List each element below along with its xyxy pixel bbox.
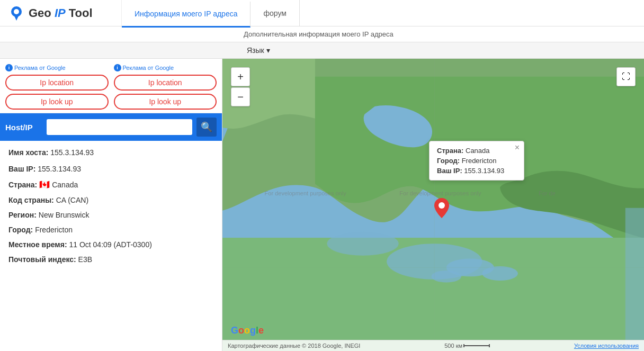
- ad-label-1: i Реклама от Google: [5, 64, 109, 71]
- header: Geo IP Tool Информация моего IP адреса ф…: [0, 0, 644, 26]
- logo-area: Geo IP Tool: [0, 0, 122, 26]
- svg-rect-12: [463, 345, 490, 346]
- ip-lookup-btn-2[interactable]: Ip look up: [114, 94, 217, 110]
- chevron-down-icon: ▾: [266, 46, 270, 55]
- country-code-label: Код страны:: [8, 196, 54, 204]
- map-controls: + −: [231, 67, 250, 106]
- map-scale-area: 500 км: [444, 343, 490, 349]
- svg-point-1: [14, 9, 19, 14]
- country-code-row: Код страны: CA (CAN): [8, 196, 213, 204]
- country-flag: 🇨🇦: [39, 179, 50, 190]
- map-scale: 500 км: [444, 343, 490, 349]
- ip-value: 155.3.134.93: [38, 165, 81, 173]
- zip-label: Почтовый индекс:: [8, 255, 76, 264]
- submenu-label[interactable]: Дополнительная информация моего IP адрес…: [244, 30, 393, 38]
- search-icon: 🔍: [201, 121, 212, 133]
- map-footer: Картографические данные © 2018 Google, I…: [222, 340, 644, 351]
- ip-location-btn-1[interactable]: Ip location: [5, 75, 109, 91]
- tooltip-city-value: Fredericton: [462, 157, 497, 165]
- svg-point-5: [327, 232, 398, 256]
- time-row: Местное время: 11 Oct 04:09 (ADT-0300): [8, 240, 213, 249]
- svg-marker-2: [14, 16, 19, 21]
- logo-tool: Tool: [66, 6, 93, 20]
- submenu-bar: Дополнительная информация моего IP адрес…: [0, 26, 644, 42]
- time-label: Местное время:: [8, 240, 67, 249]
- map-area: For development purposes only For develo…: [222, 59, 644, 351]
- ad-block-1: i Реклама от Google Ip location Ip look …: [5, 64, 109, 110]
- svg-point-8: [432, 271, 461, 283]
- ip-label: Ваш IP:: [8, 165, 35, 173]
- tab-my-ip[interactable]: Информация моего IP адреса: [122, 2, 251, 28]
- city-row: Город: Fredericton: [8, 226, 213, 234]
- info-icon-1: i: [5, 64, 13, 71]
- ad-label-2: i Реклама от Google: [114, 64, 217, 71]
- main-layout: i Реклама от Google Ip location Ip look …: [0, 59, 644, 351]
- map-background: [222, 59, 644, 351]
- google-logo: Google: [231, 325, 264, 336]
- search-input[interactable]: [47, 119, 192, 135]
- city-label: Город:: [8, 226, 33, 234]
- hostname-label: Имя хоста:: [8, 148, 48, 157]
- tooltip-close-button[interactable]: ×: [515, 143, 520, 152]
- hostname-value: 155.3.134.93: [50, 148, 94, 157]
- tooltip-country-row: Страна: Canada: [437, 147, 508, 155]
- zip-row: Почтовый индекс: E3B: [8, 255, 213, 264]
- logo-text: Geo IP Tool: [29, 6, 93, 20]
- language-button[interactable]: Язык ▾: [244, 45, 273, 56]
- ip-location-btn-2[interactable]: Ip location: [114, 75, 217, 91]
- search-button[interactable]: 🔍: [196, 118, 217, 137]
- time-value: 11 Oct 04:09 (ADT-0300): [69, 240, 151, 249]
- zoom-out-button[interactable]: −: [231, 87, 250, 106]
- nav-tabs: Информация моего IP адреса форум: [122, 0, 644, 26]
- ip-row: Ваш IP: 155.3.134.93: [8, 165, 213, 173]
- logo-icon: [8, 5, 24, 21]
- country-label: Страна:: [8, 181, 37, 189]
- tooltip-country-label: Страна:: [437, 147, 463, 155]
- tooltip-ip-value: 155.3.134.93: [464, 167, 504, 175]
- left-panel: i Реклама от Google Ip location Ip look …: [0, 59, 222, 351]
- logo-ip: IP: [55, 6, 66, 20]
- region-label: Регион:: [8, 211, 37, 219]
- tooltip-country-value: Canada: [466, 147, 490, 155]
- tooltip-city-label: Город:: [437, 157, 460, 165]
- fullscreen-icon: ⛶: [622, 72, 630, 82]
- logo-geo: Geo: [29, 6, 55, 20]
- ip-lookup-btn-1[interactable]: Ip look up: [5, 94, 109, 110]
- country-row: Страна: 🇨🇦 Canada: [8, 179, 213, 190]
- hostname-row: Имя хоста: 155.3.134.93: [8, 147, 213, 158]
- map-pin: [434, 198, 449, 220]
- region-value: New Brunswick: [39, 211, 90, 219]
- info-icon-2: i: [114, 64, 121, 71]
- map-copyright: Картографические данные © 2018 Google, I…: [228, 343, 360, 349]
- svg-point-7: [482, 266, 518, 281]
- tooltip-ip-row: Ваш IP: 155.3.134.93: [437, 167, 508, 175]
- ad-block-2: i Реклама от Google Ip location Ip look …: [114, 64, 217, 110]
- ip-info-panel: Имя хоста: 155.3.134.93 Ваш IP: 155.3.13…: [0, 141, 222, 351]
- ads-row: i Реклама от Google Ip location Ip look …: [0, 59, 222, 113]
- zip-value: E3B: [78, 255, 92, 264]
- svg-rect-13: [463, 344, 464, 347]
- city-value: Fredericton: [35, 226, 73, 234]
- svg-point-11: [439, 202, 445, 209]
- map-terms[interactable]: Условия использования: [574, 343, 639, 349]
- lang-bar: Язык ▾: [0, 42, 644, 59]
- tooltip-city-row: Город: Fredericton: [437, 157, 508, 165]
- zoom-in-button[interactable]: +: [231, 67, 250, 86]
- fullscreen-button[interactable]: ⛶: [616, 67, 636, 86]
- tooltip-ip-label: Ваш IP:: [437, 167, 462, 175]
- search-label: Host/IP: [5, 123, 42, 132]
- search-bar: Host/IP 🔍: [0, 113, 222, 141]
- tab-forum[interactable]: форум: [251, 0, 299, 26]
- country-code-value: CA (CAN): [56, 196, 88, 204]
- svg-rect-14: [489, 344, 490, 347]
- country-value: Canada: [52, 181, 78, 189]
- region-row: Регион: New Brunswick: [8, 211, 213, 219]
- map-tooltip: × Страна: Canada Город: Fredericton Ваш …: [429, 141, 524, 181]
